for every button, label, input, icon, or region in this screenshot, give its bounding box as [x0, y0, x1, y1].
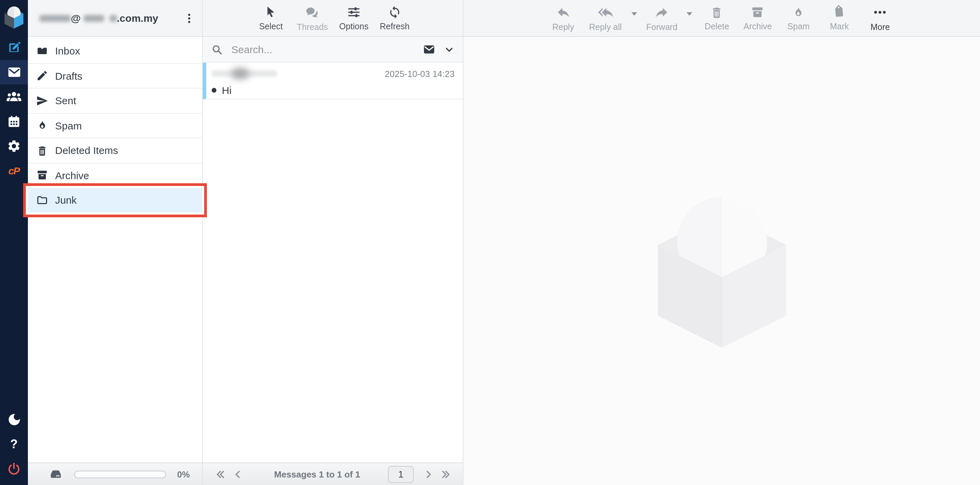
chevron-left-icon: [232, 469, 243, 479]
refresh-icon: [388, 5, 401, 19]
reply-all-dropdown-button[interactable]: [628, 5, 640, 32]
cpanel-icon: cP: [8, 164, 20, 176]
message-row-subject-line: Hi: [212, 85, 455, 96]
search-icon: [211, 43, 223, 56]
redacted-email-local-part: [40, 14, 71, 21]
storage-quota-bar: [74, 471, 166, 478]
folder-item-inbox[interactable]: Inbox: [28, 39, 202, 64]
calendar-icon: [7, 114, 21, 128]
forward-icon: [654, 5, 669, 20]
email-at-sign: @: [71, 12, 81, 24]
logout-button[interactable]: [0, 456, 28, 481]
sidebar-item-settings[interactable]: [0, 134, 28, 158]
threads-button[interactable]: Threads: [291, 3, 334, 33]
forward-button[interactable]: Forward: [641, 3, 683, 34]
archive-button[interactable]: Archive: [737, 3, 778, 33]
folder-icon: [36, 194, 48, 206]
reading-pane-body: [463, 37, 980, 485]
redacted-email-domain: [83, 14, 104, 21]
folder-label: Spam: [55, 120, 82, 131]
message-row[interactable]: 2025-10-03 14:23 Hi: [203, 63, 463, 99]
pencil-icon: [36, 70, 48, 82]
previous-page-button[interactable]: [229, 465, 247, 483]
email-domain-suffix: .com.my: [117, 12, 158, 24]
sidebar-item-compose[interactable]: [0, 35, 28, 60]
spam-button[interactable]: Spam: [778, 3, 819, 33]
sidebar-item-cpanel[interactable]: cP: [0, 158, 28, 183]
caret-down-icon: [686, 11, 693, 16]
moon-icon: [6, 412, 21, 427]
folder-item-spam[interactable]: Spam: [28, 113, 202, 138]
reply-icon: [556, 5, 571, 20]
account-header: @ .com.my: [28, 0, 202, 37]
junk-annotation-rectangle: [23, 183, 207, 217]
power-icon: [7, 461, 21, 476]
button-label: Forward: [646, 22, 678, 32]
button-label: Mark: [830, 22, 849, 31]
unread-indicator: [212, 88, 216, 93]
flame-icon: [36, 120, 48, 132]
message-row-header: 2025-10-03 14:23: [212, 69, 455, 78]
more-button[interactable]: More: [860, 3, 901, 34]
dark-mode-toggle[interactable]: [0, 407, 28, 432]
folder-item-deleted-items[interactable]: Deleted Items: [28, 138, 202, 163]
button-label: Reply: [552, 22, 574, 32]
envelope-icon: [423, 43, 436, 56]
options-button[interactable]: Options: [334, 3, 374, 33]
last-page-button[interactable]: [437, 465, 455, 483]
account-menu-button[interactable]: [182, 8, 197, 27]
folder-column: @ .com.my Inbox Drafts: [28, 0, 203, 485]
folder-label: Deleted Items: [55, 145, 118, 156]
button-label: More: [870, 22, 890, 32]
hard-drive-icon: [48, 467, 63, 482]
storage-percent: 0%: [177, 469, 190, 479]
search-input[interactable]: [230, 43, 416, 56]
button-label: Spam: [788, 22, 810, 31]
folder-item-archive[interactable]: Archive: [28, 163, 202, 188]
folder-item-sent[interactable]: Sent: [28, 89, 202, 113]
sidebar-item-calendar[interactable]: [0, 109, 28, 134]
button-label: Refresh: [380, 22, 410, 31]
refresh-button[interactable]: Refresh: [374, 3, 415, 33]
roundcube-logo[interactable]: [2, 4, 26, 29]
folder-label: Archive: [55, 170, 89, 181]
button-label: Delete: [705, 22, 729, 31]
select-button[interactable]: Select: [250, 3, 291, 33]
caret-down-icon: [630, 11, 637, 16]
message-list-column: Select Threads Options Re: [203, 0, 463, 485]
next-page-button[interactable]: [419, 465, 437, 483]
send-icon: [36, 95, 48, 107]
page-number-input[interactable]: [388, 466, 414, 483]
folder-item-junk[interactable]: Junk: [28, 188, 202, 213]
contacts-icon: [6, 89, 22, 105]
folder-label: Sent: [55, 95, 76, 107]
message-toolbar: Reply Reply all Forward: [463, 0, 980, 37]
roundcube-logo-icon: [2, 4, 26, 29]
inbox-icon: [36, 45, 48, 57]
chevron-down-icon: [444, 44, 455, 55]
help-button[interactable]: ?: [0, 432, 28, 456]
roundcube-watermark-logo: [641, 180, 802, 348]
forward-dropdown-button[interactable]: [684, 5, 695, 32]
compose-icon: [6, 40, 21, 55]
sidebar-item-contacts[interactable]: [0, 85, 28, 109]
cursor-icon: [264, 5, 278, 19]
folder-item-drafts[interactable]: Drafts: [28, 64, 202, 89]
folder-list: Inbox Drafts Sent Spam: [28, 37, 202, 463]
delete-button[interactable]: Delete: [697, 3, 737, 33]
sidebar-item-mail[interactable]: [0, 60, 28, 85]
app-sidebar: cP ?: [0, 0, 28, 485]
first-page-button[interactable]: [211, 465, 229, 483]
storage-footer: 0%: [28, 463, 202, 485]
search-scope-button[interactable]: [423, 43, 436, 56]
reply-all-button[interactable]: Reply all: [584, 3, 627, 34]
trash-icon: [710, 5, 724, 19]
message-list: 2025-10-03 14:23 Hi: [203, 63, 463, 463]
redacted-sender: [212, 70, 277, 78]
mark-button[interactable]: Mark: [819, 3, 860, 33]
search-options-button[interactable]: [444, 44, 455, 55]
reply-button[interactable]: Reply: [543, 3, 584, 34]
question-icon: ?: [10, 437, 18, 451]
double-chevron-left-icon: [215, 469, 225, 479]
button-label: Options: [339, 22, 369, 31]
